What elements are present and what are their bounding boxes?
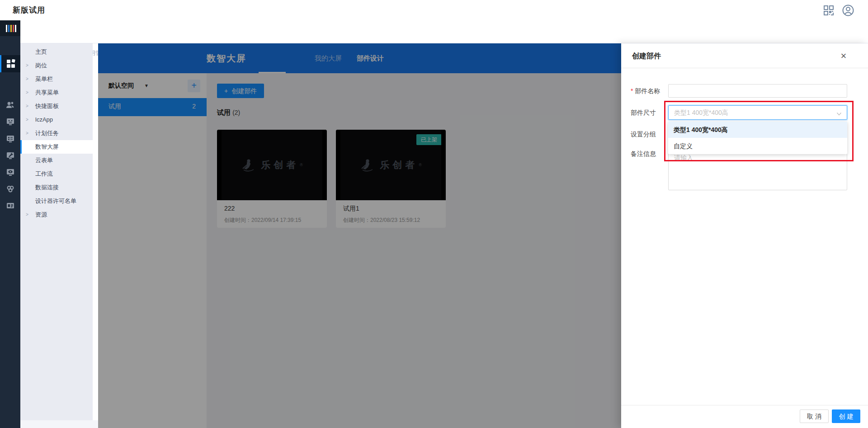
chevron-right-icon: > xyxy=(26,72,28,86)
divider xyxy=(621,68,868,68)
clover-icon[interactable] xyxy=(0,180,20,198)
id-card-icon[interactable] xyxy=(0,197,20,214)
field-label-widget-size: 部件尺寸 xyxy=(631,109,656,117)
sidebar-item-home[interactable]: 主页 xyxy=(20,45,93,59)
chevron-right-icon: > xyxy=(26,99,28,113)
chevron-right-icon: > xyxy=(26,208,28,221)
size-select-placeholder: 类型1 400宽*400高 xyxy=(674,109,728,117)
monitor-eye-icon[interactable] xyxy=(0,164,20,181)
chevron-down-icon xyxy=(836,110,842,118)
user-avatar-icon[interactable] xyxy=(842,4,854,17)
app-title: 新版试用 xyxy=(13,5,45,15)
sidebar-item-scheduled-tasks[interactable]: >计划任务 xyxy=(20,127,93,140)
widget-size-select[interactable]: 类型1 400宽*400高 xyxy=(668,105,847,120)
field-label-widget-name: 部件名称 xyxy=(631,87,660,95)
sidebar-item-smart-screen[interactable]: 数智大屏 xyxy=(20,140,93,154)
top-bar: 新版试用 xyxy=(0,0,868,20)
sidebar-item-designer-allowlist[interactable]: 设计器许可名单 xyxy=(20,194,93,208)
size-dropdown-menu: 类型1 400宽*400高 自定义 xyxy=(668,122,847,154)
qr-code-icon[interactable] xyxy=(823,5,835,16)
breadcrumb-row: 首页 ▶ 应用管理 ▶ 数智大屏实例 × xyxy=(20,20,868,43)
footer-strip xyxy=(20,420,98,428)
chevron-right-icon: > xyxy=(26,113,28,127)
drawer-close-icon[interactable]: × xyxy=(837,50,850,62)
app-sidebar: 主页 >岗位 >菜单栏 >共享菜单 >快捷面板 >lczApp >计划任务 数智… xyxy=(20,43,93,428)
sidebar-item-quick-panel[interactable]: >快捷面板 xyxy=(20,99,93,113)
apps-grid-selected[interactable] xyxy=(0,55,20,72)
chevron-right-icon: > xyxy=(26,59,28,72)
field-label-note: 备注信息 xyxy=(631,150,656,158)
note-textarea[interactable]: 请输入 xyxy=(668,151,847,190)
sidebar-item-menubar[interactable]: >菜单栏 xyxy=(20,72,93,86)
app-window: 新版试用 首页 ▶ 应用管理 ▶ xyxy=(0,0,868,428)
size-option-type1[interactable]: 类型1 400宽*400高 xyxy=(668,122,847,138)
field-label-group: 设置分组 xyxy=(631,131,656,139)
icon-strip xyxy=(0,20,20,428)
size-option-custom[interactable]: 自定义 xyxy=(668,138,847,154)
widget-name-input[interactable] xyxy=(668,84,847,98)
sidebar-item-data-connection[interactable]: 数据连接 xyxy=(20,181,93,194)
monitor-wrench-icon[interactable] xyxy=(0,147,20,164)
logo-bars-icon[interactable] xyxy=(0,20,20,36)
note-placeholder: 请输入 xyxy=(674,154,693,162)
sidebar-item-cloud-form[interactable]: 云表单 xyxy=(20,154,93,167)
sidebar-item-shared-menu[interactable]: >共享菜单 xyxy=(20,86,93,99)
monitor-list-icon[interactable] xyxy=(0,130,20,147)
sidebar-item-workflow[interactable]: 工作流 xyxy=(20,167,93,181)
sidebar-item-post[interactable]: >岗位 xyxy=(20,59,93,72)
users-icon[interactable] xyxy=(0,96,20,113)
create-widget-drawer: 创建部件 × 部件名称 部件尺寸 类型1 400宽*400高 设置分组 备注信息… xyxy=(621,43,868,428)
sidebar-item-lczapp[interactable]: >lczApp xyxy=(20,113,93,127)
divider xyxy=(621,405,868,405)
drawer-title: 创建部件 xyxy=(632,52,661,61)
monitor-face-icon[interactable] xyxy=(0,113,20,130)
cancel-button[interactable]: 取 消 xyxy=(800,409,829,423)
sidebar-item-resources[interactable]: >资源 xyxy=(20,208,93,221)
create-button[interactable]: 创 建 xyxy=(832,409,860,423)
chevron-right-icon: > xyxy=(26,86,28,99)
chevron-right-icon: > xyxy=(26,127,28,140)
